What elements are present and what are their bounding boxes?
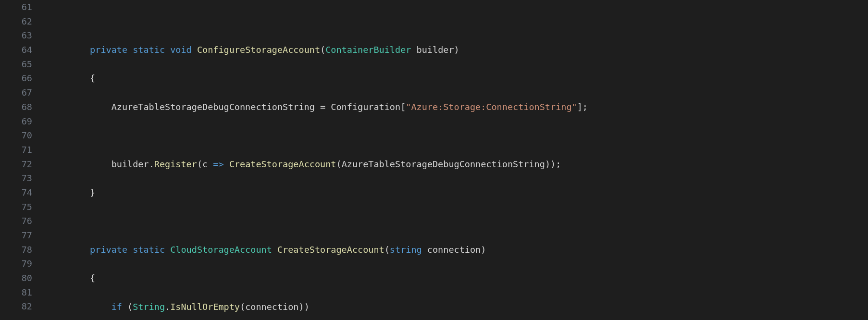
method-name: Register bbox=[154, 159, 197, 169]
code-line[interactable] bbox=[47, 14, 868, 29]
type-name: CloudStorageAccount bbox=[170, 245, 272, 255]
identifier: connection bbox=[245, 302, 298, 312]
identifier: builder bbox=[112, 159, 149, 169]
code-line[interactable]: AzureTableStorageDebugConnectionString =… bbox=[47, 100, 868, 114]
line-number-gutter: 6162636465666768697071727374757677787980… bbox=[0, 0, 43, 320]
line-number: 75 bbox=[9, 200, 32, 214]
identifier: AzureTableStorageDebugConnectionString bbox=[342, 159, 545, 169]
method-name: IsNullOrEmpty bbox=[170, 302, 240, 312]
code-line[interactable]: private static CloudStorageAccount Creat… bbox=[47, 243, 868, 257]
bracket: ]; bbox=[577, 102, 588, 112]
paren: ( bbox=[384, 245, 390, 255]
keyword-type: string bbox=[390, 245, 422, 255]
keyword: private bbox=[90, 245, 127, 255]
parameter: connection bbox=[427, 245, 481, 255]
paren: ( bbox=[336, 159, 341, 169]
paren: )); bbox=[545, 159, 561, 169]
paren: ) bbox=[481, 245, 486, 255]
line-number: 70 bbox=[9, 128, 32, 143]
line-number: 62 bbox=[9, 14, 32, 29]
line-number: 68 bbox=[9, 100, 32, 114]
arrow: => bbox=[213, 159, 223, 169]
code-editor: 6162636465666768697071727374757677787980… bbox=[0, 0, 868, 320]
line-number: 73 bbox=[9, 171, 32, 185]
line-number: 71 bbox=[9, 143, 32, 157]
line-number: 61 bbox=[9, 0, 32, 14]
parameter: builder bbox=[417, 45, 454, 55]
identifier: AzureTableStorageDebugConnectionString bbox=[112, 102, 315, 112]
code-line[interactable] bbox=[47, 128, 868, 143]
line-number: 76 bbox=[9, 214, 32, 228]
dot: . bbox=[165, 302, 170, 312]
line-number: 67 bbox=[9, 86, 32, 100]
line-number: 81 bbox=[9, 285, 32, 300]
bracket: [ bbox=[400, 102, 406, 112]
line-number: 64 bbox=[9, 43, 32, 57]
type-name: String bbox=[133, 302, 165, 312]
paren: ( bbox=[240, 302, 245, 312]
type-name: ContainerBuilder bbox=[325, 45, 411, 55]
line-number: 65 bbox=[9, 57, 32, 72]
operator: = bbox=[320, 102, 325, 112]
keyword: static bbox=[133, 45, 165, 55]
parameter: c bbox=[202, 159, 208, 169]
paren: ( bbox=[127, 302, 133, 312]
line-number: 78 bbox=[9, 243, 32, 257]
line-number: 79 bbox=[9, 257, 32, 271]
line-number: 69 bbox=[9, 114, 32, 129]
method-name: ConfigureStorageAccount bbox=[197, 45, 320, 55]
line-number: 72 bbox=[9, 157, 32, 172]
line-number: 63 bbox=[9, 28, 32, 43]
keyword: static bbox=[133, 245, 165, 255]
line-number: 82 bbox=[9, 299, 32, 314]
code-line[interactable]: { bbox=[47, 71, 868, 86]
code-line[interactable]: { bbox=[47, 271, 868, 285]
keyword: private bbox=[90, 45, 127, 55]
identifier: Configuration bbox=[331, 102, 400, 112]
method-name: CreateStorageAccount bbox=[229, 159, 336, 169]
code-content[interactable]: private static void ConfigureStorageAcco… bbox=[43, 0, 868, 320]
code-line[interactable]: builder.Register(c => CreateStorageAccou… bbox=[47, 157, 868, 172]
paren: ( bbox=[320, 45, 325, 55]
keyword: void bbox=[170, 45, 192, 55]
paren: ) bbox=[454, 45, 459, 55]
string-literal: "Azure:Storage:ConnectionString" bbox=[406, 102, 577, 112]
method-name: CreateStorageAccount bbox=[277, 245, 384, 255]
keyword: if bbox=[112, 302, 122, 312]
dot: . bbox=[149, 159, 154, 169]
paren: ( bbox=[197, 159, 202, 169]
code-line[interactable] bbox=[47, 214, 868, 228]
paren: )) bbox=[299, 302, 310, 312]
code-line[interactable]: } bbox=[47, 185, 868, 200]
line-number: 77 bbox=[9, 228, 32, 243]
line-number: 66 bbox=[9, 71, 32, 86]
code-line[interactable]: private static void ConfigureStorageAcco… bbox=[47, 43, 868, 57]
line-number: 74 bbox=[9, 185, 32, 200]
code-line[interactable]: if (String.IsNullOrEmpty(connection)) bbox=[47, 300, 868, 314]
line-number: 80 bbox=[9, 271, 32, 285]
